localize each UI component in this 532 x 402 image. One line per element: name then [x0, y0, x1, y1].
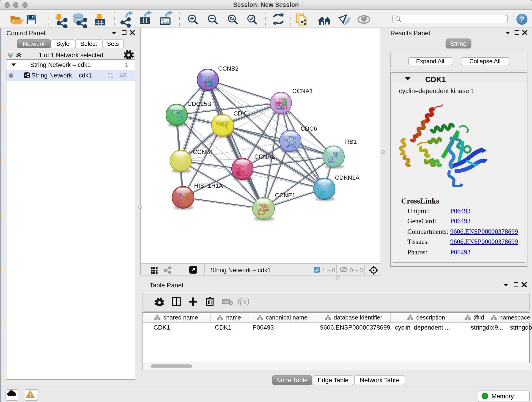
svg-text:CCNA1: CCNA1: [292, 88, 313, 95]
svg-text:CCNE1: CCNE1: [275, 192, 295, 199]
svg-text:CDKN1A: CDKN1A: [335, 174, 360, 181]
svg-text:CDK1: CDK1: [234, 110, 249, 117]
svg-text:CCNB2: CCNB2: [218, 65, 239, 72]
svg-text:CCNB1: CCNB1: [193, 148, 213, 155]
svg-text:CDC25B: CDC25B: [187, 100, 211, 107]
svg-text:?: ?: [520, 15, 524, 23]
svg-text:RB1: RB1: [345, 138, 357, 145]
svg-text:CDC6: CDC6: [301, 125, 317, 132]
svg-text:HIST1H1A: HIST1H1A: [194, 182, 223, 189]
svg-text:CCNA2: CCNA2: [254, 153, 275, 160]
